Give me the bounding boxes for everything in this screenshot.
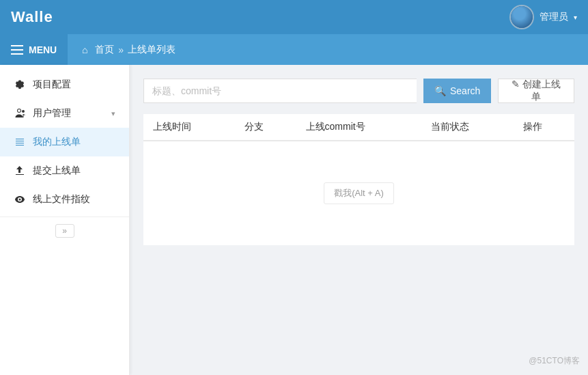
sidebar-item-submit-order[interactable]: 提交上线单	[0, 156, 129, 185]
avatar	[509, 5, 534, 29]
sidebar-item-project-config[interactable]: 项目配置	[0, 70, 129, 99]
col-online-time: 上线时间	[143, 114, 235, 141]
user-dropdown-caret: ▾	[574, 14, 577, 21]
hamburger-icon	[11, 45, 23, 55]
empty-hint[interactable]: 戳我(Alt + A)	[324, 182, 394, 204]
user-area[interactable]: 管理员 ▾	[509, 5, 577, 29]
menu-label: MENU	[29, 44, 57, 55]
search-button[interactable]: 🔍 Search	[423, 79, 491, 103]
breadcrumb-current: 上线单列表	[128, 44, 176, 56]
gear-icon	[14, 79, 26, 91]
sidebar-item-label-online-fingerprint: 线上文件指纹	[33, 193, 115, 206]
users-icon	[14, 107, 26, 120]
table-empty-row: 戳我(Alt + A)	[143, 141, 574, 245]
main-layout: 项目配置 用户管理 ▾ 我的上线单	[0, 65, 588, 375]
create-order-label: ✎ 创建上线单	[509, 79, 563, 103]
sidebar-item-label-my-orders: 我的上线单	[33, 136, 115, 148]
upload-icon	[14, 165, 26, 177]
home-icon: ⌂	[79, 44, 91, 56]
orders-table: 上线时间 分支 上线commit号 当前状态 操作 戳我(Alt + A)	[143, 114, 574, 245]
top-header: Walle 管理员 ▾	[0, 0, 588, 34]
breadcrumb-separator: »	[118, 44, 124, 55]
username-label: 管理员	[540, 11, 568, 23]
col-commit: 上线commit号	[296, 114, 422, 141]
sidebar-item-my-orders[interactable]: 我的上线单	[0, 128, 129, 156]
sub-header: MENU ⌂ 首页 » 上线单列表	[0, 34, 588, 65]
watermark: @51CTO博客	[529, 355, 580, 367]
create-order-button[interactable]: ✎ 创建上线单	[498, 79, 574, 103]
eye-icon	[14, 193, 26, 206]
logo: Walle	[11, 8, 53, 26]
sidebar-item-online-fingerprint[interactable]: 线上文件指纹	[0, 185, 129, 214]
sidebar-item-user-management[interactable]: 用户管理 ▾	[0, 99, 129, 128]
col-status: 当前状态	[421, 114, 513, 141]
main-content: 🔍 Search ✎ 创建上线单 上线时间 分支 上线commit号 当前状态 …	[130, 65, 588, 375]
empty-area: 戳我(Alt + A)	[143, 141, 574, 245]
breadcrumb: ⌂ 首页 » 上线单列表	[68, 44, 186, 56]
sidebar: 项目配置 用户管理 ▾ 我的上线单	[0, 65, 130, 375]
table-header-row: 上线时间 分支 上线commit号 当前状态 操作	[143, 114, 574, 141]
sidebar-item-label-submit-order: 提交上线单	[33, 165, 115, 177]
search-input[interactable]	[143, 79, 417, 103]
search-button-label: Search	[450, 85, 480, 96]
chevron-down-icon: ▾	[111, 109, 115, 118]
sidebar-item-label-project-config: 项目配置	[33, 79, 115, 91]
sidebar-collapse-button[interactable]: »	[0, 217, 129, 245]
toolbar: 🔍 Search ✎ 创建上线单	[143, 79, 574, 103]
col-branch: 分支	[235, 114, 296, 141]
menu-toggle-button[interactable]: MENU	[0, 34, 68, 65]
breadcrumb-home-link[interactable]: 首页	[95, 44, 114, 56]
sidebar-item-label-user-management: 用户管理	[33, 107, 104, 120]
col-actions: 操作	[514, 114, 574, 141]
collapse-icon: »	[55, 224, 74, 238]
search-icon: 🔍	[434, 85, 446, 96]
list-icon	[14, 136, 26, 148]
